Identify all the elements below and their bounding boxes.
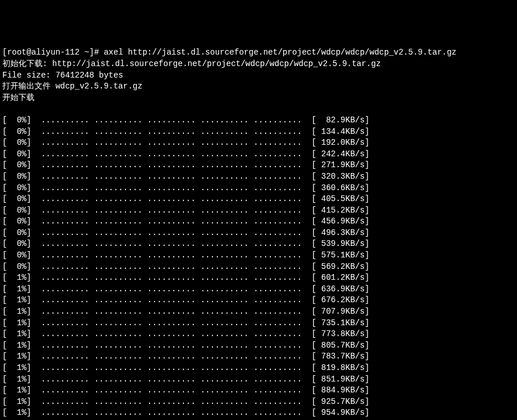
progress-list: [ 0%] .......... .......... .......... .… (2, 115, 515, 420)
progress-row: [ 1%] .......... .......... .......... .… (2, 318, 515, 329)
progress-row: [ 0%] .......... .......... .......... .… (2, 137, 515, 149)
progress-row: [ 1%] .......... .......... .......... .… (2, 363, 515, 374)
progress-row: [ 0%] .......... .......... .......... .… (2, 261, 515, 273)
progress-row: [ 1%] .......... .......... .......... .… (2, 407, 515, 419)
output-file-line: 打开输出文件 wdcp_v2.5.9.tar.gz (2, 81, 515, 93)
progress-row: [ 0%] .......... .......... .......... .… (2, 194, 515, 205)
progress-row: [ 1%] .......... .......... .......... .… (2, 396, 515, 408)
shell-prompt: [root@aliyun-112 ~]# (2, 48, 104, 57)
filesize-line: File size: 76412248 bytes (2, 70, 515, 82)
shell-command[interactable]: axel http://jaist.dl.sourceforge.net/pro… (104, 48, 456, 57)
terminal-output: [root@aliyun-112 ~]# axel http://jaist.d… (2, 47, 515, 420)
init-label: 初始化下载: (2, 59, 52, 68)
progress-row: [ 0%] .......... .......... .......... .… (2, 149, 515, 160)
progress-row: [ 0%] .......... .......... .......... .… (2, 216, 515, 228)
progress-row: [ 1%] .......... .......... .......... .… (2, 284, 515, 295)
progress-row: [ 0%] .......... .......... .......... .… (2, 238, 515, 250)
progress-row: [ 1%] .......... .......... .......... .… (2, 340, 515, 352)
progress-row: [ 1%] .......... .......... .......... .… (2, 385, 515, 396)
progress-row: [ 1%] .......... .......... .......... .… (2, 374, 515, 386)
command-line: [root@aliyun-112 ~]# axel http://jaist.d… (2, 47, 515, 59)
progress-row: [ 0%] .......... .......... .......... .… (2, 250, 515, 261)
filesize-label: File size: (2, 71, 55, 80)
output-filename: wdcp_v2.5.9.tar.gz (55, 82, 142, 91)
progress-row: [ 0%] .......... .......... .......... .… (2, 171, 515, 183)
progress-row: [ 0%] .......... .......... .......... .… (2, 205, 515, 217)
start-download-line: 开始下载 (2, 93, 515, 104)
init-line: 初始化下载: http://jaist.dl.sourceforge.net/p… (2, 59, 515, 70)
progress-row: [ 1%] .......... .......... .......... .… (2, 272, 515, 284)
init-url: http://jaist.dl.sourceforge.net/project/… (52, 59, 381, 68)
progress-row: [ 0%] .......... .......... .......... .… (2, 228, 515, 239)
open-output-label: 打开输出文件 (2, 82, 55, 91)
blank-line (2, 103, 515, 115)
progress-row: [ 0%] .......... .......... .......... .… (2, 160, 515, 171)
progress-row: [ 0%] .......... .......... .......... .… (2, 115, 515, 126)
filesize-value: 76412248 bytes (55, 71, 123, 80)
progress-row: [ 1%] .......... .......... .......... .… (2, 306, 515, 318)
progress-row: [ 1%] .......... .......... .......... .… (2, 329, 515, 340)
progress-row: [ 1%] .......... .......... .......... .… (2, 351, 515, 363)
progress-row: [ 0%] .......... .......... .......... .… (2, 126, 515, 138)
progress-row: [ 0%] .......... .......... .......... .… (2, 183, 515, 194)
progress-row: [ 1%] .......... .......... .......... .… (2, 295, 515, 306)
